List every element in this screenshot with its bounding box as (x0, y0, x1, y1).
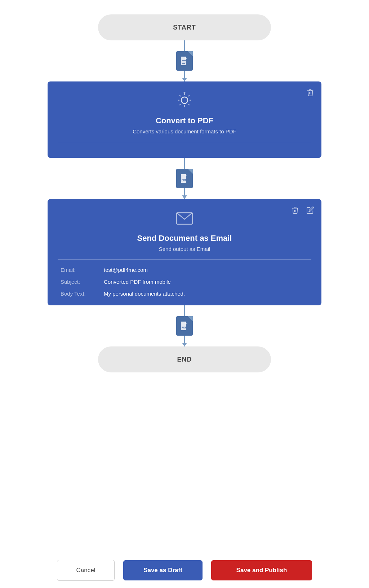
connector-pdf-icon-3: PDF (176, 316, 193, 336)
svg-rect-9 (181, 322, 186, 330)
save-draft-button[interactable]: Save as Draft (123, 560, 203, 580)
svg-text:PDF: PDF (182, 179, 187, 181)
connector-pdf-icon-2: PDF (176, 169, 193, 188)
connector-3: PDF (176, 305, 193, 346)
connector-file-icon-1 (176, 51, 193, 71)
step1-gear-icon (58, 90, 311, 110)
step1-title: Convert to PDF (58, 116, 311, 125)
start-label: START (173, 24, 196, 31)
step2-subtitle: Send output as Email (58, 246, 311, 252)
connector-line-top-3 (184, 305, 185, 316)
step2-delete-button[interactable] (290, 205, 301, 217)
svg-text:PDF: PDF (182, 326, 187, 329)
connector-2: PDF (176, 158, 193, 199)
step2-actions (290, 205, 316, 217)
field-body-value: My personal documents attached. (104, 291, 185, 297)
step2-divider (58, 259, 311, 260)
step1-actions (305, 87, 316, 99)
save-publish-button[interactable]: Save and Publish (211, 560, 312, 580)
start-node: START (98, 14, 271, 40)
step1-delete-button[interactable] (305, 87, 316, 99)
step2-edit-button[interactable] (305, 205, 316, 217)
connector-line-top-2 (184, 158, 185, 169)
field-email-label: Email: (61, 267, 104, 273)
field-subject: Subject: Converted PDF from mobile (61, 279, 308, 285)
step1-subtitle: Converts various document formats to PDF (58, 128, 311, 134)
field-body-label: Body Text: (61, 291, 104, 297)
cancel-button[interactable]: Cancel (57, 560, 115, 581)
step-card-convert-pdf: Convert to PDF Converts various document… (48, 81, 321, 158)
svg-rect-0 (181, 57, 186, 65)
workflow-canvas: START (0, 0, 369, 553)
field-subject-label: Subject: (61, 279, 104, 285)
connector-1 (176, 40, 193, 81)
field-body: Body Text: My personal documents attache… (61, 291, 308, 297)
field-email-value: test@pdf4me.com (104, 267, 148, 273)
step2-fields: Email: test@pdf4me.com Subject: Converte… (58, 267, 311, 297)
connector-line-bottom-3 (184, 336, 185, 346)
end-node: END (98, 346, 271, 372)
step1-divider (58, 142, 311, 142)
step2-email-icon (58, 208, 311, 228)
connector-line-top-1 (184, 40, 185, 51)
field-email: Email: test@pdf4me.com (61, 267, 308, 273)
step-card-send-email: Send Document as Email Send output as Em… (48, 199, 321, 305)
connector-line-bottom-2 (184, 188, 185, 199)
bottom-action-bar: Cancel Save as Draft Save and Publish (0, 553, 369, 588)
svg-rect-6 (181, 174, 186, 183)
connector-line-bottom-1 (184, 71, 185, 81)
end-label: END (177, 356, 192, 363)
field-subject-value: Converted PDF from mobile (104, 279, 171, 285)
step2-title: Send Document as Email (58, 234, 311, 243)
svg-point-5 (181, 97, 188, 103)
